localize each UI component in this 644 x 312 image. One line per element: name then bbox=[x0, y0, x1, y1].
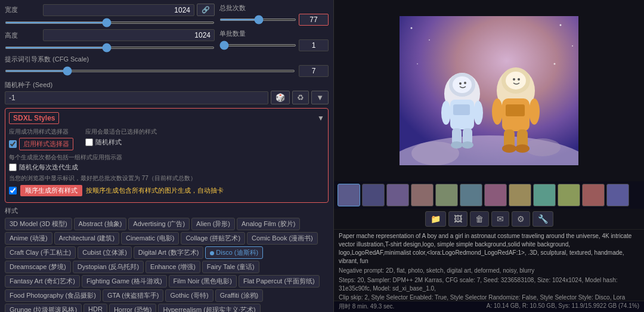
cfg-value: 7 bbox=[299, 65, 329, 77]
seed-dice-btn[interactable]: 🎲 bbox=[271, 91, 290, 104]
seq-label: 顺序生成所有样式 bbox=[20, 185, 82, 196]
style-tag-23[interactable]: GTA (侠盗猎车手) bbox=[103, 289, 164, 302]
cfg-slider[interactable] bbox=[5, 70, 295, 72]
tool-image-btn[interactable]: 🖼 bbox=[448, 211, 467, 227]
style-tag-25[interactable]: Graffiti (涂鸦) bbox=[215, 289, 264, 302]
thumbnail-1[interactable] bbox=[338, 184, 360, 206]
height-label: 高度 bbox=[5, 31, 41, 40]
svg-point-11 bbox=[441, 101, 451, 125]
thumbnail-2[interactable] bbox=[362, 184, 385, 206]
seq-hint: 当您的浏览器中显示标识，最好把总批次数设置为 77（目前样式总数） bbox=[9, 174, 324, 183]
random-style-checkbox[interactable] bbox=[85, 138, 93, 146]
each-hint: 每个生成批次都会包括一组样式应用指示器 bbox=[9, 154, 122, 160]
thumbnail-5[interactable] bbox=[435, 184, 458, 206]
enable-selector-label: 启用样式选择器 bbox=[19, 138, 73, 150]
style-tag-14[interactable]: Dreamscape (梦境) bbox=[5, 261, 71, 273]
thumbnail-9[interactable] bbox=[533, 184, 556, 206]
height-value: 1024 bbox=[43, 29, 215, 41]
style-tag-6[interactable]: Architectural (建筑) bbox=[54, 232, 120, 245]
style-tag-28[interactable]: Horror (恐怖) bbox=[109, 304, 157, 312]
thumbnail-12[interactable] bbox=[606, 184, 629, 206]
style-tag-29[interactable]: Hyperrealism (超现实主义·艺术) bbox=[158, 304, 260, 312]
style-tag-22[interactable]: Food Photography (食品摄影) bbox=[5, 289, 101, 302]
thumbnail-7[interactable] bbox=[484, 184, 507, 206]
style-tag-2[interactable]: Advertising (广告) bbox=[128, 218, 190, 230]
image-area bbox=[334, 0, 644, 181]
hint-right: 应用会最适合已选择的样式 bbox=[85, 128, 157, 136]
style-tag-16[interactable]: Enhance (增强) bbox=[145, 261, 200, 273]
thumbnail-4[interactable] bbox=[411, 184, 434, 206]
svg-point-32 bbox=[560, 24, 562, 26]
svg-point-35 bbox=[554, 63, 556, 65]
style-tag-10[interactable]: Craft Clay (手工粘土) bbox=[5, 246, 76, 259]
batch-size-slider[interactable] bbox=[219, 44, 296, 47]
time-info: 用时 8 min. 49.3 sec. bbox=[339, 302, 394, 311]
link-dimensions-btn[interactable]: 🔗 bbox=[197, 4, 215, 16]
left-panel: 宽度 1024 🔗 总批次数 77 高度 1024 bbox=[0, 0, 334, 312]
random-style-label: 随机样式 bbox=[95, 138, 122, 147]
tool-send-btn[interactable]: ✉ bbox=[491, 211, 509, 227]
sdxl-title: SDXL Styles bbox=[9, 112, 59, 124]
style-tag-7[interactable]: Cinematic (电影) bbox=[121, 232, 179, 245]
style-tag-19[interactable]: Fighting Game (格斗游戏) bbox=[82, 275, 167, 288]
seq-all-checkbox[interactable] bbox=[9, 187, 17, 194]
style-tag-9[interactable]: Comic Book (漫画书) bbox=[247, 232, 318, 245]
astronaut-scene bbox=[400, 16, 578, 165]
svg-point-8 bbox=[464, 82, 466, 84]
batch-size-label: 单批数量 bbox=[219, 29, 246, 38]
svg-point-21 bbox=[518, 78, 520, 81]
svg-point-6 bbox=[453, 76, 472, 93]
style-tag-5[interactable]: Anime (动漫) bbox=[5, 232, 52, 245]
style-tag-17[interactable]: Fairy Tale (童话) bbox=[202, 261, 259, 273]
seq-desc: 按顺序生成包含所有样式的图片生成，自动抽卡 bbox=[86, 186, 224, 195]
style-tag-1[interactable]: Abstract (抽象) bbox=[74, 218, 127, 230]
thumbnail-3[interactable] bbox=[386, 184, 409, 206]
height-slider[interactable] bbox=[5, 47, 215, 49]
enable-selector-checkbox[interactable] bbox=[9, 140, 17, 148]
seed-input[interactable] bbox=[5, 91, 268, 104]
style-tag-27[interactable]: HDR bbox=[83, 304, 107, 312]
style-tag-12[interactable]: Digital Art (数字艺术) bbox=[134, 246, 203, 259]
tool-folder-btn[interactable]: 📁 bbox=[425, 211, 446, 227]
status-bar: 用时 8 min. 49.3 sec. A: 10.14 GB, R: 10.5… bbox=[334, 301, 644, 312]
tool-settings-btn[interactable]: ⚙ bbox=[512, 211, 530, 227]
total-batches-label: 总批次数 bbox=[219, 4, 246, 13]
thumbnail-10[interactable] bbox=[558, 184, 580, 206]
hint-left: 应用成功用样式选择器 bbox=[9, 128, 73, 136]
width-slider[interactable] bbox=[5, 21, 215, 24]
steps-info-text: Steps: 20, Sampler: DPM++ 2M Karras, CFG… bbox=[339, 276, 639, 293]
style-tag-3[interactable]: Alien (异形) bbox=[191, 218, 235, 230]
style-tag-24[interactable]: Gothic (哥特) bbox=[165, 289, 213, 302]
seed-label: 随机种子 (Seed) bbox=[5, 81, 329, 89]
style-tag-13[interactable]: Disco (迪斯科) bbox=[205, 246, 263, 259]
random-each-checkbox[interactable] bbox=[9, 163, 17, 171]
style-tag-26[interactable]: Grunge (垃圾摇滚风格) bbox=[5, 304, 82, 312]
thumbnail-11[interactable] bbox=[582, 184, 605, 206]
sdxl-styles-box: SDXL Styles ▼ 应用成功用样式选择器 启用样式选择器 应用会最适合已… bbox=[5, 108, 329, 203]
svg-point-12 bbox=[473, 101, 483, 125]
style-tag-20[interactable]: Film Noir (黑色电影) bbox=[169, 275, 237, 288]
tool-extra-btn[interactable]: 🔧 bbox=[532, 211, 553, 227]
seed-recycle-btn[interactable]: ♻ bbox=[292, 91, 309, 104]
seed-dropdown-btn[interactable]: ▼ bbox=[311, 91, 329, 104]
svg-point-16 bbox=[462, 141, 473, 149]
svg-point-15 bbox=[451, 141, 463, 149]
svg-point-25 bbox=[529, 98, 540, 125]
svg-point-29 bbox=[515, 144, 530, 153]
svg-point-24 bbox=[492, 98, 503, 125]
width-value: 1024 bbox=[43, 4, 194, 16]
sdxl-collapse-btn[interactable]: ▼ bbox=[317, 114, 324, 122]
style-tag-4[interactable]: Analog Film (胶片) bbox=[237, 218, 300, 230]
style-tag-18[interactable]: Fantasy Art (奇幻艺术) bbox=[5, 275, 80, 288]
tool-delete-btn[interactable]: 🗑 bbox=[470, 211, 489, 227]
toolbar-strip: 📁 🖼 🗑 ✉ ⚙ 🔧 bbox=[334, 209, 644, 229]
total-batches-slider[interactable] bbox=[219, 18, 296, 21]
style-tag-15[interactable]: Dystopian (反乌托邦) bbox=[73, 261, 144, 273]
style-tag-8[interactable]: Collage (拼贴艺术) bbox=[181, 232, 245, 245]
style-tag-0[interactable]: 3D Model (3D 模型) bbox=[5, 218, 72, 230]
thumbnail-8[interactable] bbox=[509, 184, 531, 206]
thumbnail-6[interactable] bbox=[460, 184, 482, 206]
clip-info-text: Clip skip: 2, Style Selector Enabled: Tr… bbox=[339, 294, 639, 301]
style-tag-11[interactable]: Cubist (立体派) bbox=[78, 246, 132, 259]
style-tag-21[interactable]: Flat Papercut (平面剪纸) bbox=[239, 275, 320, 288]
